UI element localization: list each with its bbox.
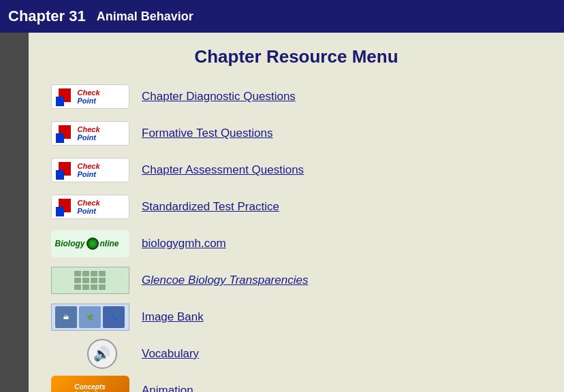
list-item: 🔊 Vocabulary [49, 337, 544, 371]
list-item: Check Point Formative Test Questions [49, 116, 544, 150]
biology-link[interactable]: biologygmh.com [142, 237, 226, 250]
header-title: Animal Behavior [97, 10, 193, 24]
globe-icon [87, 238, 99, 250]
concepts-motion-badge: ConceptsIn Motion [51, 376, 129, 392]
content-wrapper: Chapter Resource Menu Check Point [29, 33, 564, 392]
vocabulary-link[interactable]: Vocabulary [142, 347, 199, 361]
flag-icon-1 [56, 87, 75, 106]
list-item: Check Point Standardized Test Practice [49, 190, 544, 224]
flag-icon-4 [56, 197, 75, 216]
vocabulary-icon: 🔊 [49, 340, 131, 368]
photo-icon-1: 🏔 [55, 306, 77, 328]
main-area: Chapter Resource Menu Check Point [0, 33, 564, 392]
imagebank-link[interactable]: Image Bank [142, 310, 204, 324]
transparencies-link[interactable]: Glencoe Biology Transparencies [142, 274, 308, 287]
menu-items: Check Point Chapter Diagnostic Questions [49, 80, 544, 392]
photo-icon-3: 🐾 [103, 306, 125, 328]
cp-badge-2: Check Point [51, 121, 129, 146]
flag-icon-3 [56, 161, 75, 180]
cp-badge-4: Check Point [51, 195, 129, 219]
speaker-icon: 🔊 [87, 339, 117, 369]
diagnostic-link[interactable]: Chapter Diagnostic Questions [142, 90, 296, 103]
list-item: Glencoe Biology Transparencies [49, 263, 544, 297]
chapter-label: Chapter 31 [8, 7, 86, 25]
cp-badge-1: Check Point [51, 84, 129, 109]
imagebank-icon: 🏔 🌿 🐾 [49, 303, 131, 331]
page-header: Chapter 31 Animal Behavior [0, 0, 564, 33]
transparencies-icon [49, 266, 131, 295]
menu-title: Chapter Resource Menu [49, 46, 544, 67]
animation-icon: ConceptsIn Motion [49, 376, 131, 392]
formative-link[interactable]: Formative Test Questions [142, 127, 272, 140]
photo-icon-2: 🌿 [79, 306, 101, 328]
cp-badge-3: Check Point [51, 158, 129, 182]
checkpoint-icon-2: Check Point [49, 119, 131, 148]
list-item: Check Point Chapter Diagnostic Questions [49, 80, 544, 114]
standardized-link[interactable]: Standardized Test Practice [142, 200, 279, 214]
flag-icon-2 [56, 124, 75, 143]
animation-link[interactable]: Animation [142, 384, 193, 392]
sidebar [0, 33, 29, 392]
list-item: ConceptsIn Motion Animation [49, 374, 544, 392]
grid-icon [74, 271, 106, 290]
list-item: Biology nline biologygmh.com [49, 227, 544, 261]
checkpoint-icon-3: Check Point [49, 156, 131, 184]
list-item: Check Point Chapter Assessment Questions [49, 153, 544, 187]
assessment-link[interactable]: Chapter Assessment Questions [142, 163, 304, 177]
list-item: 🏔 🌿 🐾 Image Bank [49, 300, 544, 334]
checkpoint-icon-1: Check Point [49, 82, 131, 111]
biology-online-icon: Biology nline [49, 229, 131, 258]
checkpoint-icon-4: Check Point [49, 193, 131, 221]
